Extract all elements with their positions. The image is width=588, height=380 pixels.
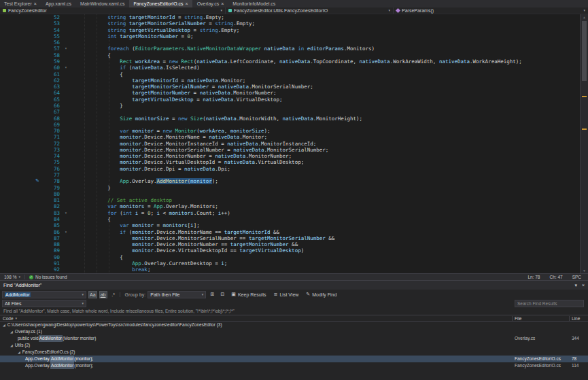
code-line[interactable]: 54 string targetVirtualDesktop = string.… bbox=[0, 27, 588, 33]
keep-results-toggle[interactable]: ▣ Keep Results bbox=[228, 292, 269, 297]
project-dropdown[interactable]: FancyZonesEditor ▾ bbox=[0, 7, 226, 14]
code-line[interactable]: 72 monitor.Device.MonitorInstanceId = na… bbox=[0, 141, 588, 147]
column-header-file[interactable]: File bbox=[512, 316, 569, 321]
code-line[interactable]: 70 var monitor = new Monitor(workArea, m… bbox=[0, 128, 588, 134]
expander-icon[interactable]: ◢ bbox=[10, 342, 13, 349]
code-line[interactable]: 91 App.Overlay.CurrentDesktop = i; bbox=[0, 260, 588, 266]
tab-mainwindow-xaml-cs[interactable]: MainWindow.xaml.cs bbox=[76, 0, 128, 7]
group-by-dropdown[interactable]: Path then File ▾ bbox=[148, 291, 206, 298]
editor-scrollbar[interactable]: ▲ ▼ bbox=[580, 14, 588, 273]
column-header-code[interactable]: Code ▾ bbox=[0, 316, 512, 321]
scroll-up-arrow-icon[interactable]: ▲ bbox=[581, 14, 588, 20]
tab-test-explorer[interactable]: Test Explorer× bbox=[0, 0, 41, 7]
result-row[interactable]: App.Overlay.AddMonitor(monitor);FancyZon… bbox=[0, 362, 588, 369]
tab-overlay-cs[interactable]: Overlay.cs× bbox=[193, 0, 228, 7]
result-row[interactable]: App.Overlay.AddMonitor(monitor);FancyZon… bbox=[0, 356, 588, 362]
code-line[interactable]: 53 string targetMonitorSerialNumber = st… bbox=[0, 20, 588, 27]
tab-monitorinfomodel-cs[interactable]: MonitorInfoModel.cs bbox=[228, 0, 279, 7]
fold-arrow-icon[interactable]: ▾ bbox=[61, 65, 71, 71]
indentation-indicator[interactable]: SPC bbox=[572, 275, 581, 279]
scroll-down-arrow-icon[interactable]: ▼ bbox=[581, 268, 588, 273]
result-row[interactable]: ◢C:\Users\shaopengwang\Desktop\powertoys… bbox=[0, 322, 588, 328]
fold-arrow-icon[interactable]: ▾ bbox=[61, 46, 71, 52]
fold-arrow-icon[interactable]: ▾ bbox=[61, 229, 71, 235]
code-line[interactable]: 71 monitor.Device.MonitorName = nativeDa… bbox=[0, 134, 588, 140]
find-search-input[interactable]: AddMonitor ▾ bbox=[2, 291, 86, 298]
code-line[interactable]: 55 int targetMonitorNumber = 0; bbox=[0, 33, 588, 39]
code-text bbox=[71, 109, 588, 115]
result-text: FancyZonesEditorIO.cs (2) bbox=[22, 349, 75, 356]
list-view-toggle[interactable]: ≡ List View bbox=[271, 292, 302, 297]
result-row[interactable]: ◢Utils (2) bbox=[0, 342, 588, 349]
code-line[interactable]: 68 Size monitorSize = new Size(nativeDat… bbox=[0, 116, 588, 122]
code-line[interactable]: 89 monitor.Device.VirtualDesktopId == ta… bbox=[0, 247, 588, 254]
result-row[interactable]: ◢FancyZonesEditorIO.cs (2) bbox=[0, 349, 588, 356]
code-line[interactable]: 84 { bbox=[0, 216, 588, 222]
whole-word-button[interactable]: ab bbox=[99, 291, 107, 298]
code-line[interactable]: 81 // Set active desktop bbox=[0, 197, 588, 203]
code-line[interactable]: 64 targetMonitorNumber = nativeData.Moni… bbox=[0, 90, 588, 96]
code-line[interactable]: 59 Rect workArea = new Rect(nativeData.L… bbox=[0, 58, 588, 65]
code-line[interactable]: 90 { bbox=[0, 254, 588, 260]
code-line[interactable]: 56 bbox=[0, 39, 588, 46]
code-line[interactable]: 73 monitor.Device.MonitorSerialNumber = … bbox=[0, 147, 588, 153]
code-token: .Monitor; bbox=[218, 77, 246, 84]
column-header-line[interactable]: Line bbox=[569, 316, 588, 321]
code-line[interactable]: 88 monitor.Device.MonitorNumber == targe… bbox=[0, 241, 588, 247]
code-line[interactable]: 92 break; bbox=[0, 266, 588, 273]
code-line[interactable]: 79 } bbox=[0, 185, 588, 191]
code-token: = bbox=[144, 203, 154, 209]
line-indicator[interactable]: Ln: 78 bbox=[528, 275, 540, 279]
code-line[interactable]: 74 monitor.Device.MonitorNumber = native… bbox=[0, 153, 588, 159]
window-position-icon[interactable]: ▾ bbox=[574, 283, 577, 288]
expander-icon[interactable]: ◢ bbox=[18, 349, 20, 356]
scrollbar-thumb[interactable] bbox=[582, 21, 587, 81]
code-line[interactable]: 52 string targetMonitorId = string.Empty… bbox=[0, 14, 588, 20]
member-dropdown[interactable]: ParseParams() ▾ bbox=[394, 7, 588, 14]
collapse-all-icon[interactable]: ⊟ bbox=[218, 291, 226, 298]
code-line[interactable]: 86▾ if (monitor.Device.MonitorName == ta… bbox=[0, 229, 588, 235]
search-find-results-input[interactable] bbox=[515, 300, 584, 307]
close-icon[interactable]: × bbox=[34, 1, 37, 6]
code-line[interactable]: 58 { bbox=[0, 52, 588, 58]
regex-button[interactable]: .* bbox=[109, 291, 118, 298]
close-icon[interactable]: × bbox=[186, 1, 188, 6]
close-icon[interactable]: × bbox=[582, 283, 585, 288]
result-row[interactable]: ◢Overlay.cs (1) bbox=[0, 328, 588, 335]
document-health-indicator[interactable]: ✓ No issues found bbox=[29, 275, 67, 279]
code-line[interactable]: 67 bbox=[0, 109, 588, 115]
code-line[interactable]: 63 targetMonitorSerialNumber = nativeDat… bbox=[0, 84, 588, 90]
code-line[interactable]: 61 { bbox=[0, 71, 588, 77]
file-types-dropdown[interactable]: All Files ▾ bbox=[2, 300, 86, 307]
expand-all-icon[interactable]: ⊞ bbox=[208, 291, 216, 298]
code-line[interactable]: 87 monitor.Device.MonitorSerialNumber ==… bbox=[0, 235, 588, 241]
modify-find-button[interactable]: ✎ Modify Find bbox=[303, 292, 339, 297]
code-line[interactable]: 76 monitor.Device.Dpi = nativeData.Dpi; bbox=[0, 166, 588, 172]
tab-fancyzoneseditorio-cs[interactable]: FancyZonesEditorIO.cs× bbox=[129, 0, 192, 7]
fold-arrow-icon[interactable]: ▾ bbox=[61, 210, 71, 216]
close-icon[interactable]: × bbox=[221, 1, 224, 6]
zoom-control[interactable]: 108 % ▾ bbox=[4, 275, 20, 279]
expander-icon[interactable]: ◢ bbox=[3, 322, 5, 328]
tab-app-xaml-cs[interactable]: App.xaml.cs bbox=[41, 0, 75, 7]
code-line[interactable]: 75 monitor.Device.VirtualDesktopId = nat… bbox=[0, 159, 588, 165]
match-case-button[interactable]: Aa bbox=[88, 291, 97, 298]
code-text: // Set active desktop bbox=[71, 197, 588, 203]
code-line[interactable]: 82 var monitors = App.Overlay.Monitors; bbox=[0, 203, 588, 209]
code-editor[interactable]: 52 string targetMonitorId = string.Empty… bbox=[0, 14, 588, 273]
code-line[interactable]: 85 var monitor = monitors[i]; bbox=[0, 222, 588, 228]
code-line[interactable]: 83▾ for (int i = 0; i < monitors.Count; … bbox=[0, 210, 588, 216]
code-line[interactable]: 57▾ foreach (EditorParameters.NativeMoni… bbox=[0, 46, 588, 52]
type-dropdown[interactable]: FancyZonesEditor.Utils.FancyZonesEditorI… bbox=[226, 7, 394, 14]
column-indicator[interactable]: Ch: 47 bbox=[549, 275, 562, 279]
code-line[interactable]: 77 bbox=[0, 172, 588, 178]
expander-icon[interactable]: ◢ bbox=[10, 328, 13, 335]
code-line[interactable]: 60▾ if (nativeData.IsSelected) bbox=[0, 65, 588, 71]
code-line[interactable]: 65 targetVirtualDesktop = nativeData.Vir… bbox=[0, 97, 588, 103]
code-line[interactable]: ✎78 App.Overlay.AddMonitor(monitor); bbox=[0, 178, 588, 184]
code-line[interactable]: 66 } bbox=[0, 103, 588, 109]
code-line[interactable]: 62 targetMonitorId = nativeData.Monitor; bbox=[0, 77, 588, 84]
code-line[interactable]: 80 bbox=[0, 191, 588, 197]
result-row[interactable]: public void AddMonitor(Monitor monitor)O… bbox=[0, 335, 588, 342]
code-line[interactable]: 69 bbox=[0, 122, 588, 128]
